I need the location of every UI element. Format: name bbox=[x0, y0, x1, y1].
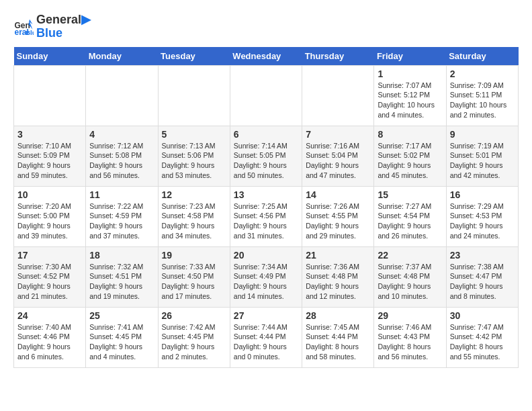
day-number: 7 bbox=[306, 129, 370, 140]
day-of-week-sunday: Sunday bbox=[14, 47, 86, 66]
calendar-cell: 3Sunrise: 7:10 AM Sunset: 5:09 PM Daylig… bbox=[14, 126, 86, 186]
day-info: Sunrise: 7:19 AM Sunset: 5:01 PM Dayligh… bbox=[450, 141, 515, 181]
day-number: 13 bbox=[234, 189, 298, 200]
calendar-cell: 14Sunrise: 7:26 AM Sunset: 4:55 PM Dayli… bbox=[302, 186, 374, 246]
day-number: 19 bbox=[162, 250, 226, 261]
calendar-cell: 16Sunrise: 7:29 AM Sunset: 4:53 PM Dayli… bbox=[446, 186, 518, 246]
calendar: SundayMondayTuesdayWednesdayThursdayFrid… bbox=[13, 47, 519, 368]
day-info: Sunrise: 7:34 AM Sunset: 4:49 PM Dayligh… bbox=[234, 262, 298, 302]
day-number: 11 bbox=[89, 189, 154, 200]
day-info: Sunrise: 7:14 AM Sunset: 5:05 PM Dayligh… bbox=[234, 141, 298, 181]
day-number: 9 bbox=[450, 129, 515, 140]
day-info: Sunrise: 7:23 AM Sunset: 4:58 PM Dayligh… bbox=[162, 201, 226, 241]
calendar-cell: 4Sunrise: 7:12 AM Sunset: 5:08 PM Daylig… bbox=[86, 126, 158, 186]
day-info: Sunrise: 7:42 AM Sunset: 4:45 PM Dayligh… bbox=[162, 322, 226, 362]
calendar-cell: 1Sunrise: 7:07 AM Sunset: 5:12 PM Daylig… bbox=[374, 65, 446, 126]
calendar-cell: 8Sunrise: 7:17 AM Sunset: 5:02 PM Daylig… bbox=[374, 126, 446, 186]
day-of-week-wednesday: Wednesday bbox=[230, 47, 302, 66]
day-number: 16 bbox=[450, 189, 515, 200]
day-number: 21 bbox=[306, 250, 370, 261]
day-info: Sunrise: 7:38 AM Sunset: 4:47 PM Dayligh… bbox=[450, 262, 515, 302]
svg-text:Blue: Blue bbox=[26, 29, 34, 36]
calendar-cell: 23Sunrise: 7:38 AM Sunset: 4:47 PM Dayli… bbox=[446, 246, 518, 307]
day-number: 23 bbox=[450, 250, 515, 261]
day-number: 10 bbox=[17, 189, 82, 200]
calendar-cell: 26Sunrise: 7:42 AM Sunset: 4:45 PM Dayli… bbox=[158, 307, 230, 367]
day-number: 28 bbox=[306, 310, 370, 321]
day-info: Sunrise: 7:45 AM Sunset: 4:44 PM Dayligh… bbox=[306, 322, 370, 362]
logo-text-line2: Blue bbox=[36, 27, 91, 40]
day-info: Sunrise: 7:16 AM Sunset: 5:04 PM Dayligh… bbox=[306, 141, 370, 181]
calendar-cell: 27Sunrise: 7:44 AM Sunset: 4:44 PM Dayli… bbox=[230, 307, 302, 367]
calendar-cell: 15Sunrise: 7:27 AM Sunset: 4:54 PM Dayli… bbox=[374, 186, 446, 246]
calendar-header-row: SundayMondayTuesdayWednesdayThursdayFrid… bbox=[14, 47, 519, 66]
calendar-cell: 2Sunrise: 7:09 AM Sunset: 5:11 PM Daylig… bbox=[446, 65, 518, 126]
day-number: 1 bbox=[378, 68, 442, 79]
day-number: 20 bbox=[234, 250, 298, 261]
day-info: Sunrise: 7:37 AM Sunset: 4:48 PM Dayligh… bbox=[378, 262, 442, 302]
page-header: Gen eral Blue General▶ Blue bbox=[13, 13, 519, 40]
day-number: 25 bbox=[89, 310, 154, 321]
day-of-week-monday: Monday bbox=[86, 47, 158, 66]
calendar-cell: 17Sunrise: 7:30 AM Sunset: 4:52 PM Dayli… bbox=[14, 246, 86, 307]
day-info: Sunrise: 7:40 AM Sunset: 4:46 PM Dayligh… bbox=[17, 322, 82, 362]
calendar-cell: 7Sunrise: 7:16 AM Sunset: 5:04 PM Daylig… bbox=[302, 126, 374, 186]
day-info: Sunrise: 7:12 AM Sunset: 5:08 PM Dayligh… bbox=[89, 141, 154, 181]
calendar-cell: 25Sunrise: 7:41 AM Sunset: 4:45 PM Dayli… bbox=[86, 307, 158, 367]
day-number: 24 bbox=[17, 310, 82, 321]
calendar-cell: 21Sunrise: 7:36 AM Sunset: 4:48 PM Dayli… bbox=[302, 246, 374, 307]
day-info: Sunrise: 7:25 AM Sunset: 4:56 PM Dayligh… bbox=[234, 201, 298, 241]
day-of-week-thursday: Thursday bbox=[302, 47, 374, 66]
day-info: Sunrise: 7:17 AM Sunset: 5:02 PM Dayligh… bbox=[378, 141, 442, 181]
calendar-cell: 13Sunrise: 7:25 AM Sunset: 4:56 PM Dayli… bbox=[230, 186, 302, 246]
calendar-week-3: 10Sunrise: 7:20 AM Sunset: 5:00 PM Dayli… bbox=[14, 186, 519, 246]
day-number: 29 bbox=[378, 310, 442, 321]
day-number: 12 bbox=[162, 189, 226, 200]
day-info: Sunrise: 7:07 AM Sunset: 5:12 PM Dayligh… bbox=[378, 81, 442, 120]
calendar-cell: 18Sunrise: 7:32 AM Sunset: 4:51 PM Dayli… bbox=[86, 246, 158, 307]
day-info: Sunrise: 7:36 AM Sunset: 4:48 PM Dayligh… bbox=[306, 262, 370, 302]
logo-icon: Gen eral Blue bbox=[13, 17, 34, 37]
calendar-cell: 28Sunrise: 7:45 AM Sunset: 4:44 PM Dayli… bbox=[302, 307, 374, 367]
calendar-cell: 10Sunrise: 7:20 AM Sunset: 5:00 PM Dayli… bbox=[14, 186, 86, 246]
day-info: Sunrise: 7:09 AM Sunset: 5:11 PM Dayligh… bbox=[450, 81, 515, 120]
calendar-cell: 12Sunrise: 7:23 AM Sunset: 4:58 PM Dayli… bbox=[158, 186, 230, 246]
calendar-cell: 30Sunrise: 7:47 AM Sunset: 4:42 PM Dayli… bbox=[446, 307, 518, 367]
calendar-cell: 29Sunrise: 7:46 AM Sunset: 4:43 PM Dayli… bbox=[374, 307, 446, 367]
calendar-cell: 11Sunrise: 7:22 AM Sunset: 4:59 PM Dayli… bbox=[86, 186, 158, 246]
day-number: 27 bbox=[234, 310, 298, 321]
day-number: 26 bbox=[162, 310, 226, 321]
calendar-week-4: 17Sunrise: 7:30 AM Sunset: 4:52 PM Dayli… bbox=[14, 246, 519, 307]
calendar-cell: 6Sunrise: 7:14 AM Sunset: 5:05 PM Daylig… bbox=[230, 126, 302, 186]
calendar-week-2: 3Sunrise: 7:10 AM Sunset: 5:09 PM Daylig… bbox=[14, 126, 519, 186]
day-number: 4 bbox=[89, 129, 154, 140]
day-info: Sunrise: 7:47 AM Sunset: 4:42 PM Dayligh… bbox=[450, 322, 515, 362]
calendar-cell bbox=[86, 65, 158, 126]
day-number: 3 bbox=[17, 129, 82, 140]
calendar-cell: 5Sunrise: 7:13 AM Sunset: 5:06 PM Daylig… bbox=[158, 126, 230, 186]
day-of-week-saturday: Saturday bbox=[446, 47, 518, 66]
day-info: Sunrise: 7:13 AM Sunset: 5:06 PM Dayligh… bbox=[162, 141, 226, 181]
day-info: Sunrise: 7:41 AM Sunset: 4:45 PM Dayligh… bbox=[89, 322, 154, 362]
day-of-week-tuesday: Tuesday bbox=[158, 47, 230, 66]
day-info: Sunrise: 7:29 AM Sunset: 4:53 PM Dayligh… bbox=[450, 201, 515, 241]
day-info: Sunrise: 7:20 AM Sunset: 5:00 PM Dayligh… bbox=[17, 201, 82, 241]
day-info: Sunrise: 7:30 AM Sunset: 4:52 PM Dayligh… bbox=[17, 262, 82, 302]
day-number: 17 bbox=[17, 250, 82, 261]
day-info: Sunrise: 7:10 AM Sunset: 5:09 PM Dayligh… bbox=[17, 141, 82, 181]
day-info: Sunrise: 7:22 AM Sunset: 4:59 PM Dayligh… bbox=[89, 201, 154, 241]
day-info: Sunrise: 7:26 AM Sunset: 4:55 PM Dayligh… bbox=[306, 201, 370, 241]
day-number: 14 bbox=[306, 189, 370, 200]
calendar-cell: 22Sunrise: 7:37 AM Sunset: 4:48 PM Dayli… bbox=[374, 246, 446, 307]
day-number: 2 bbox=[450, 68, 515, 79]
logo: Gen eral Blue General▶ Blue bbox=[13, 13, 91, 40]
calendar-cell: 24Sunrise: 7:40 AM Sunset: 4:46 PM Dayli… bbox=[14, 307, 86, 367]
day-number: 15 bbox=[378, 189, 442, 200]
calendar-cell: 19Sunrise: 7:33 AM Sunset: 4:50 PM Dayli… bbox=[158, 246, 230, 307]
calendar-cell bbox=[14, 65, 86, 126]
day-number: 30 bbox=[450, 310, 515, 321]
calendar-week-5: 24Sunrise: 7:40 AM Sunset: 4:46 PM Dayli… bbox=[14, 307, 519, 367]
day-number: 5 bbox=[162, 129, 226, 140]
day-info: Sunrise: 7:32 AM Sunset: 4:51 PM Dayligh… bbox=[89, 262, 154, 302]
day-of-week-friday: Friday bbox=[374, 47, 446, 66]
